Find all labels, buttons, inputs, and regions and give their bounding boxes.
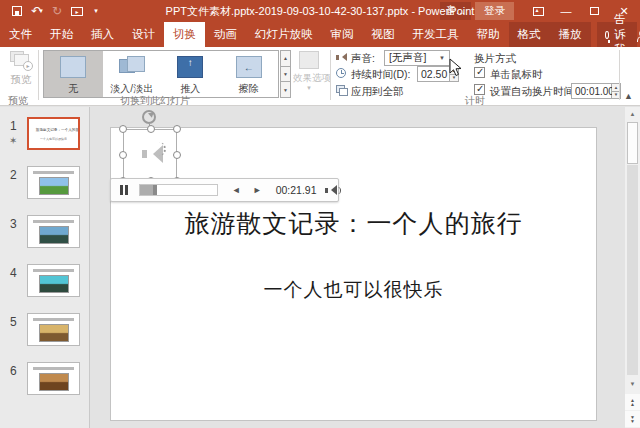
scroll-down-icon[interactable]: ▼: [625, 377, 640, 391]
slide-thumbnail-2[interactable]: 2: [0, 166, 89, 215]
slide-thumbnail-1[interactable]: 1 ✶ 旅游散文记录：一个人的旅行 一个人也可以很快乐: [0, 117, 89, 166]
rotation-handle[interactable]: [142, 110, 156, 124]
slide-canvas[interactable]: [110, 127, 597, 421]
collapse-ribbon-icon[interactable]: ▲: [624, 91, 633, 101]
preview-button: ▸: [10, 51, 32, 69]
maximize-icon[interactable]: [580, 0, 608, 22]
sound-icon: [336, 53, 347, 62]
thumbnail-image[interactable]: [27, 264, 80, 297]
resize-handle[interactable]: [119, 125, 127, 133]
slide-thumbnail-5[interactable]: 5: [0, 313, 89, 362]
tab-help[interactable]: 帮助: [468, 22, 509, 47]
gallery-scroll: ▲ ▼ ▼: [280, 50, 291, 98]
tab-design[interactable]: 设计: [123, 22, 164, 47]
audio-wave-icon: [154, 142, 166, 156]
chevron-down-icon: ▼: [433, 55, 445, 61]
auto-advance-time-input[interactable]: 00:01.00: [571, 83, 612, 99]
group-label-preview: 预览: [8, 94, 28, 108]
transition-wipe-icon: ←: [236, 56, 262, 78]
transition-gallery: 无 淡入/淡出 ↑ 推入 ← 擦除: [43, 50, 279, 98]
apply-to-all-icon: [336, 85, 347, 95]
transition-push[interactable]: ↑ 推入: [161, 51, 220, 97]
slide-thumbnail-6[interactable]: 6: [0, 362, 89, 411]
slide-title-text[interactable]: 旅游散文记录：一个人的旅行: [110, 207, 597, 240]
volume-icon[interactable]: [325, 185, 338, 196]
group-label-transition: 切换到此幻灯片: [120, 94, 190, 108]
thumbnail-image[interactable]: [27, 313, 80, 346]
seek-back-icon[interactable]: ◄: [232, 185, 241, 195]
transition-none[interactable]: 无: [44, 51, 103, 97]
sound-dropdown[interactable]: [无声音] ▼: [384, 50, 450, 66]
save-icon[interactable]: [8, 2, 26, 20]
scrollbar-track[interactable]: [627, 165, 638, 375]
tab-review[interactable]: 审阅: [322, 22, 363, 47]
gallery-scroll-down-icon[interactable]: ▼: [280, 67, 291, 83]
gallery-more-icon[interactable]: ▼: [280, 82, 291, 98]
seek-forward-icon[interactable]: ►: [253, 185, 262, 195]
scrollbar-thumb[interactable]: [627, 122, 638, 164]
vertical-scrollbar: ▲ ▼ ▲▲ ▼▼: [625, 107, 640, 428]
tab-view[interactable]: 视图: [363, 22, 404, 47]
audio-progress-fill: [140, 185, 153, 195]
undo-icon[interactable]: ↶▾: [28, 2, 46, 20]
sign-in-button[interactable]: 登录: [475, 2, 514, 20]
tab-insert[interactable]: 插入: [82, 22, 123, 47]
tab-animations[interactable]: 动画: [205, 22, 246, 47]
thumbnail-image[interactable]: [27, 166, 80, 199]
slide-thumbnail-3[interactable]: 3: [0, 215, 89, 264]
ribbon-display-options-icon[interactable]: [524, 0, 552, 22]
chevron-down-icon: ▼: [293, 85, 325, 91]
apply-to-all-button[interactable]: 应用到全部: [351, 85, 404, 99]
sound-label: 声音:: [351, 52, 375, 66]
tab-file[interactable]: 文件: [0, 22, 41, 47]
transition-fade-icon: [119, 56, 145, 78]
mouse-cursor: [449, 58, 462, 77]
ribbon: ▸ 预览 预览 无 淡入/淡出 ↑ 推入 ← 擦除 ▲: [0, 47, 640, 106]
tab-home[interactable]: 开始: [41, 22, 82, 47]
transition-star-icon[interactable]: ✶: [9, 135, 17, 146]
thumbnail-image[interactable]: 旅游散文记录：一个人的旅行 一个人也可以很快乐: [27, 117, 80, 150]
slide-subtitle-text[interactable]: 一个人也可以很快乐: [110, 277, 597, 303]
on-mouse-click-label[interactable]: 单击鼠标时: [490, 68, 543, 82]
resize-handle[interactable]: [173, 125, 181, 133]
start-slideshow-icon[interactable]: ▸: [68, 2, 86, 20]
preview-button-label: 预览: [4, 73, 38, 87]
thumbnail-image[interactable]: [27, 362, 80, 395]
tab-audio-playback[interactable]: 播放: [550, 22, 591, 47]
transition-fade[interactable]: 淡入/淡出: [103, 51, 162, 97]
slide-thumbnail-panel: 1 ✶ 旅游散文记录：一个人的旅行 一个人也可以很快乐 2 3 4 5: [0, 107, 90, 428]
resize-handle[interactable]: [147, 125, 155, 133]
tab-developer[interactable]: 开发工具: [404, 22, 468, 47]
audio-time: 00:21.91: [276, 184, 317, 196]
next-slide-icon[interactable]: ▼▼: [625, 411, 640, 427]
minimize-icon[interactable]: —: [552, 0, 580, 22]
duration-label: 持续时间(D):: [351, 68, 411, 82]
tab-audio-format[interactable]: 格式: [509, 22, 550, 47]
previous-slide-icon[interactable]: ▲▲: [625, 394, 640, 410]
resize-handle[interactable]: [173, 151, 181, 159]
lightbulb-icon: [605, 31, 610, 39]
slide-thumbnail-4[interactable]: 4: [0, 264, 89, 313]
gallery-scroll-up-icon[interactable]: ▲: [280, 50, 291, 67]
effect-options-button: 效果选项 ▼: [293, 51, 325, 91]
audio-progress-bar[interactable]: [139, 184, 218, 196]
play-icon: ▸: [23, 61, 33, 71]
audio-progress-thumb[interactable]: [153, 185, 157, 195]
transition-none-icon: [60, 56, 86, 78]
pause-icon[interactable]: [120, 185, 128, 195]
tab-transitions[interactable]: 切换: [164, 22, 205, 47]
scroll-up-icon[interactable]: ▲: [625, 107, 640, 121]
tell-me-box[interactable]: 告诉我: [597, 22, 638, 47]
thumbnail-image[interactable]: [27, 215, 80, 248]
group-label-timing: 计时: [465, 94, 485, 108]
audio-badge[interactable]: 音...: [440, 2, 471, 20]
audio-object-selection[interactable]: [123, 129, 177, 181]
tab-slideshow[interactable]: 幻灯片放映: [246, 22, 322, 47]
customize-qat-icon[interactable]: ▾: [88, 2, 106, 20]
duration-input[interactable]: 02.50: [417, 66, 450, 82]
auto-advance-label[interactable]: 设置自动换片时间:: [490, 85, 577, 99]
on-mouse-click-checkbox[interactable]: [474, 67, 485, 78]
transition-wipe[interactable]: ← 擦除: [220, 51, 279, 97]
resize-handle[interactable]: [119, 151, 127, 159]
advance-slide-title: 换片方式: [474, 52, 516, 66]
